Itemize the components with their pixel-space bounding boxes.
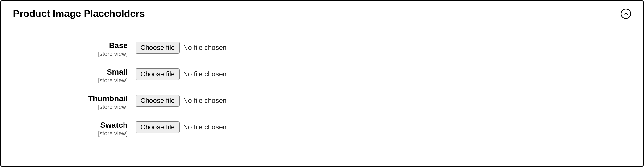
field-label-wrap: Base [store view] xyxy=(13,41,136,58)
field-scope-small: [store view] xyxy=(98,77,128,84)
field-row-base: Base [store view] Choose file No file ch… xyxy=(13,41,631,58)
choose-file-button-base[interactable]: Choose file xyxy=(136,42,180,54)
choose-file-button-swatch[interactable]: Choose file xyxy=(136,121,180,133)
field-label-base: Base xyxy=(109,41,128,50)
field-control-thumbnail: Choose file No file chosen xyxy=(136,94,227,107)
field-scope-swatch: [store view] xyxy=(98,130,128,137)
field-label-swatch: Swatch xyxy=(100,121,128,129)
file-status-base: No file chosen xyxy=(183,44,226,52)
field-row-thumbnail: Thumbnail [store view] Choose file No fi… xyxy=(13,94,631,110)
file-status-swatch: No file chosen xyxy=(183,123,226,131)
field-scope-thumbnail: [store view] xyxy=(98,103,128,110)
product-image-placeholders-panel: Product Image Placeholders Base [store v… xyxy=(0,0,644,167)
file-status-thumbnail: No file chosen xyxy=(183,97,226,105)
field-label-wrap: Thumbnail [store view] xyxy=(13,94,136,110)
field-label-thumbnail: Thumbnail xyxy=(88,94,128,103)
field-row-small: Small [store view] Choose file No file c… xyxy=(13,68,631,84)
choose-file-button-thumbnail[interactable]: Choose file xyxy=(136,95,180,107)
choose-file-button-small[interactable]: Choose file xyxy=(136,68,180,80)
field-row-swatch: Swatch [store view] Choose file No file … xyxy=(13,121,631,137)
field-label-small: Small xyxy=(107,68,128,76)
field-control-swatch: Choose file No file chosen xyxy=(136,121,227,133)
field-scope-base: [store view] xyxy=(98,50,128,58)
field-label-wrap: Swatch [store view] xyxy=(13,121,136,137)
panel-header: Product Image Placeholders xyxy=(13,8,631,19)
chevron-up-icon xyxy=(624,12,628,15)
file-status-small: No file chosen xyxy=(183,70,226,78)
field-label-wrap: Small [store view] xyxy=(13,68,136,84)
panel-title: Product Image Placeholders xyxy=(13,8,145,19)
field-control-small: Choose file No file chosen xyxy=(136,68,227,80)
field-control-base: Choose file No file chosen xyxy=(136,41,227,54)
collapse-button[interactable] xyxy=(621,9,631,19)
